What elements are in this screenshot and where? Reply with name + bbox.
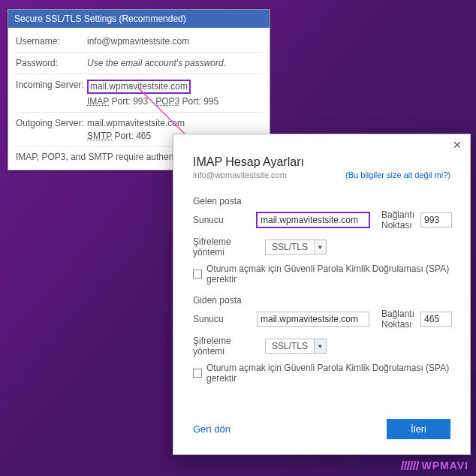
password-row: Password: Use the email account's passwo… — [16, 53, 262, 74]
imap-port: 993 — [133, 96, 148, 107]
outgoing-spa-label: Oturum açmak için Güvenli Parola Kimlik … — [206, 363, 450, 384]
incoming-server-label: Incoming Server: — [16, 80, 87, 90]
outgoing-port-label: Bağlantı Noktası — [381, 309, 414, 330]
outgoing-encryption-select[interactable]: SSL/TLS ▾ — [265, 339, 327, 354]
incoming-port-input[interactable] — [420, 212, 452, 227]
username-row: Username: info@wpmavitestsite.com — [16, 31, 262, 53]
incoming-encryption-label: Şifreleme yöntemi — [193, 236, 265, 258]
incoming-server-host: mail.wpmavitestsite.com — [87, 80, 191, 94]
password-label: Password: — [16, 58, 87, 68]
outgoing-server-label: Outgoing Server: — [16, 118, 87, 128]
outgoing-port-input[interactable] — [420, 312, 452, 327]
chevron-down-icon: ▾ — [314, 240, 326, 254]
not-you-link[interactable]: (Bu bilgiler size ait değil mi?) — [345, 170, 450, 179]
imap-settings-dialog: ✕ IMAP Hesap Ayarları info@wpmavitestsit… — [173, 134, 471, 455]
outgoing-spa-checkbox[interactable] — [193, 369, 202, 378]
incoming-server-input[interactable] — [257, 212, 369, 227]
pop3-port: 995 — [203, 96, 218, 107]
username-label: Username: — [16, 36, 87, 47]
username-value: info@wpmavitestsite.com — [87, 36, 262, 47]
ssl-settings-header: Secure SSL/TLS Settings (Recommended) — [8, 10, 270, 28]
smtp-port: 465 — [136, 131, 151, 141]
barcode-icon — [402, 461, 418, 470]
imap-label: IMAP — [87, 96, 109, 107]
back-button[interactable]: Geri dön — [193, 423, 230, 435]
incoming-encryption-select[interactable]: SSL/TLS ▾ — [265, 240, 327, 255]
chevron-down-icon: ▾ — [314, 339, 326, 353]
outgoing-server-input[interactable] — [257, 312, 369, 327]
smtp-label: SMTP — [87, 131, 112, 141]
password-value: Use the email account's password. — [87, 58, 226, 68]
outgoing-server-host: mail.wpmavitestsite.com — [87, 118, 185, 128]
pop3-label: POP3 — [155, 96, 179, 107]
incoming-server-label2: Sunucu — [193, 215, 257, 225]
incoming-section-label: Gelen posta — [193, 196, 450, 206]
next-button[interactable]: İleri — [387, 419, 450, 439]
incoming-port-label: Bağlantı Noktası — [381, 209, 414, 230]
close-button[interactable]: ✕ — [450, 139, 464, 152]
incoming-spa-checkbox[interactable] — [193, 270, 202, 279]
incoming-spa-label: Oturum açmak için Güvenli Parola Kimlik … — [206, 264, 450, 285]
outgoing-encryption-label: Şifreleme yöntemi — [193, 336, 265, 357]
incoming-server-row: Incoming Server: mail.wpmavitestsite.com… — [16, 74, 262, 113]
outgoing-section-label: Giden posta — [193, 295, 450, 306]
incoming-ports: IMAP Port: 993 POP3 Port: 995 — [87, 96, 262, 107]
dialog-email: info@wpmavitestsite.com — [193, 170, 287, 179]
wpmavi-logo: WPMAVI — [402, 459, 468, 471]
outgoing-server-label2: Sunucu — [193, 314, 257, 324]
dialog-title: IMAP Hesap Ayarları — [193, 155, 450, 169]
